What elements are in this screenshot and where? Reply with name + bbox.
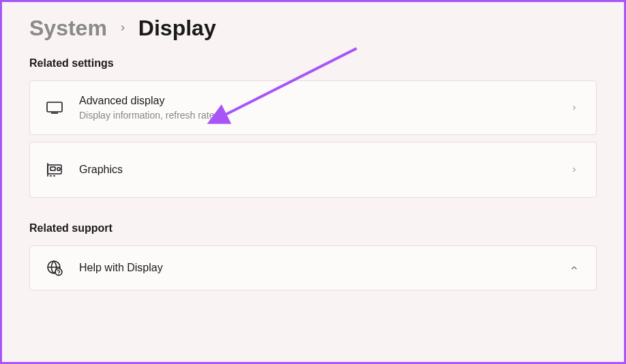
svg-point-10 <box>58 274 59 275</box>
svg-point-5 <box>57 168 60 170</box>
svg-rect-4 <box>50 167 55 170</box>
graphics-card[interactable]: Graphics <box>29 142 597 198</box>
svg-rect-0 <box>47 102 62 112</box>
chevron-right-icon <box>118 20 128 36</box>
chevron-right-icon <box>569 164 580 175</box>
monitor-icon <box>46 100 63 116</box>
related-settings-heading: Related settings <box>29 57 597 70</box>
related-support-heading: Related support <box>29 222 597 234</box>
card-title: Graphics <box>79 164 552 176</box>
svg-rect-3 <box>48 165 61 174</box>
card-content: Help with Display <box>79 262 552 274</box>
gpu-icon <box>46 162 63 178</box>
breadcrumb-parent-link[interactable]: System <box>29 16 107 41</box>
breadcrumb: System Display <box>29 16 597 41</box>
card-content: Graphics <box>79 164 552 176</box>
chevron-right-icon <box>569 102 580 113</box>
card-subtitle: Display information, refresh rate <box>79 110 552 121</box>
card-content: Advanced display Display information, re… <box>79 95 552 121</box>
advanced-display-card[interactable]: Advanced display Display information, re… <box>29 80 597 135</box>
card-title: Help with Display <box>79 262 552 274</box>
help-with-display-card[interactable]: Help with Display <box>29 245 597 290</box>
card-title: Advanced display <box>79 95 552 107</box>
help-globe-icon <box>46 260 63 276</box>
breadcrumb-current: Display <box>138 16 216 41</box>
chevron-up-icon <box>569 262 580 273</box>
